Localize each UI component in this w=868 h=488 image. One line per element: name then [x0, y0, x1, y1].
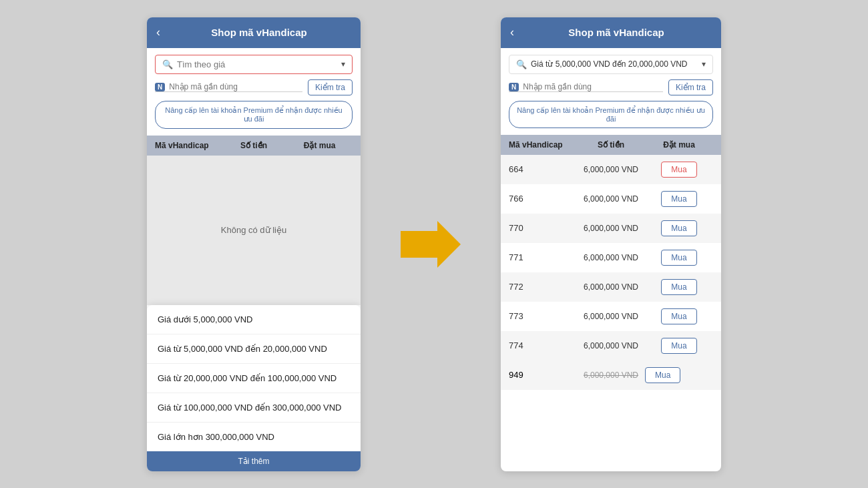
right-check-button[interactable]: Kiểm tra [668, 79, 713, 95]
row-price: 6,000,000 VND [577, 165, 645, 174]
left-header: ‹ Shop mã vHandicap [147, 17, 361, 48]
right-table-header: Mã vHandicap Số tiền Đặt mua [501, 135, 721, 155]
last-row-code: 949 [509, 370, 577, 380]
buy-button[interactable]: Mua [661, 220, 696, 236]
right-code-input[interactable] [523, 82, 663, 91]
left-bottom-bar[interactable]: Tải thêm [147, 451, 361, 471]
right-phone-panel: ‹ Shop mã vHandicap 🔍 Giá từ 5,000,000 V… [501, 17, 721, 471]
table-row: 7736,000,000 VNDMua [501, 302, 721, 331]
col-ma: Mã vHandicap [155, 141, 221, 150]
row-buy-wrap: Mua [645, 220, 713, 236]
row-buy-wrap: Mua [645, 162, 713, 178]
row-price: 6,000,000 VND [577, 224, 645, 233]
row-buy-wrap: Mua [645, 308, 713, 324]
row-price: 6,000,000 VND [577, 194, 645, 204]
svg-marker-0 [401, 221, 461, 268]
row-buy-wrap: Mua [645, 191, 713, 207]
row-code: 766 [509, 194, 577, 204]
table-row: 7706,000,000 VNDMua [501, 214, 721, 243]
col-datmua: Đặt mua [286, 141, 353, 150]
right-code-row: N Kiểm tra [509, 79, 713, 95]
col-sotien: Số tiền [221, 141, 287, 150]
left-back-button[interactable]: ‹ [156, 25, 160, 39]
row-code: 774 [509, 340, 577, 350]
filter-text: Giá từ 5,000,000 VND đến 20,000,000 VND [531, 59, 698, 69]
buy-button[interactable]: Mua [661, 279, 696, 295]
dropdown-option-0[interactable]: Giá dưới 5,000,000 VND [147, 305, 361, 334]
buy-button[interactable]: Mua [661, 308, 696, 324]
code-input-wrap: N [155, 82, 302, 92]
dropdown-option-4[interactable]: Giá lớn hơn 300,000,000 VND [147, 423, 361, 451]
dropdown-option-2[interactable]: Giá từ 20,000,000 VND đến 100,000,000 VN… [147, 364, 361, 393]
right-title: Shop mã vHandicap [521, 27, 712, 38]
last-row-price: 6,000,000 VND [577, 371, 645, 380]
row-buy-wrap: Mua [645, 338, 713, 354]
filter-icon: 🔍 [516, 59, 527, 69]
row-code: 771 [509, 252, 577, 262]
left-dropdown-panel: Giá dưới 5,000,000 VND Giá từ 5,000,000 … [147, 305, 361, 451]
left-phone-panel: ‹ Shop mã vHandicap 🔍 ▾ N Kiểm tra Nâng … [147, 17, 361, 471]
upgrade-button[interactable]: Nâng cấp lên tài khoản Premium để nhận đ… [155, 101, 353, 129]
row-buy-wrap: Mua [645, 250, 713, 266]
row-price: 6,000,000 VND [577, 312, 645, 321]
dropdown-arrow-icon: ▾ [341, 59, 345, 69]
buy-button[interactable]: Mua [661, 338, 696, 354]
right-n-badge: N [509, 83, 519, 91]
dropdown-option-3[interactable]: Giá từ 100,000,000 VND đến 300,000,000 V… [147, 393, 361, 423]
right-back-button[interactable]: ‹ [510, 25, 514, 39]
row-price: 6,000,000 VND [577, 253, 645, 262]
buy-button[interactable]: Mua [661, 162, 696, 178]
right-code-input-wrap: N [509, 82, 663, 92]
search-input[interactable] [177, 59, 337, 69]
row-code: 664 [509, 164, 577, 174]
right-dropdown-arrow-icon: ▾ [702, 59, 706, 69]
table-row: 7666,000,000 VNDMua [501, 184, 721, 214]
row-code: 772 [509, 282, 577, 292]
check-button[interactable]: Kiểm tra [308, 79, 353, 95]
table-row: 6646,000,000 VNDMua [501, 155, 721, 184]
left-search-bar[interactable]: 🔍 ▾ [155, 55, 353, 74]
table-row: 7746,000,000 VNDMua [501, 331, 721, 360]
table-row: 7716,000,000 VNDMua [501, 243, 721, 272]
right-arrow-icon [401, 221, 461, 268]
left-code-row: N Kiểm tra [155, 79, 353, 95]
search-icon: 🔍 [162, 59, 173, 69]
row-buy-wrap: Mua [645, 279, 713, 295]
left-title: Shop mã vHandicap [167, 27, 351, 38]
last-table-row: 949 6,000,000 VND Mua [501, 360, 721, 390]
right-table-body: 6646,000,000 VNDMua7666,000,000 VNDMua77… [501, 155, 721, 360]
buy-button[interactable]: Mua [661, 191, 696, 207]
no-data-text: Không có dữ liệu [221, 225, 286, 235]
right-col-datmua: Đặt mua [645, 140, 713, 150]
table-row: 7726,000,000 VNDMua [501, 272, 721, 302]
last-row-buy-wrap: Mua [645, 367, 713, 383]
right-header: ‹ Shop mã vHandicap [501, 17, 721, 48]
dropdown-option-1[interactable]: Giá từ 5,000,000 VND đến 20,000,000 VND [147, 334, 361, 364]
left-table-body: Không có dữ liệu [147, 156, 361, 305]
row-code: 770 [509, 223, 577, 233]
right-upgrade-button[interactable]: Nâng cấp lên tài khoản Premium để nhận đ… [509, 101, 713, 128]
row-code: 773 [509, 311, 577, 321]
last-row-buy-button[interactable]: Mua [645, 367, 680, 383]
row-price: 6,000,000 VND [577, 341, 645, 350]
n-badge: N [155, 83, 165, 91]
arrow-container [401, 221, 461, 268]
left-table-header: Mã vHandicap Số tiền Đặt mua [147, 136, 361, 156]
buy-button[interactable]: Mua [661, 250, 696, 266]
row-price: 6,000,000 VND [577, 282, 645, 292]
right-col-ma: Mã vHandicap [509, 140, 577, 150]
right-col-sotien: Số tiền [577, 140, 645, 150]
right-filter-bar[interactable]: 🔍 Giá từ 5,000,000 VND đến 20,000,000 VN… [509, 55, 713, 74]
code-input[interactable] [169, 82, 302, 91]
